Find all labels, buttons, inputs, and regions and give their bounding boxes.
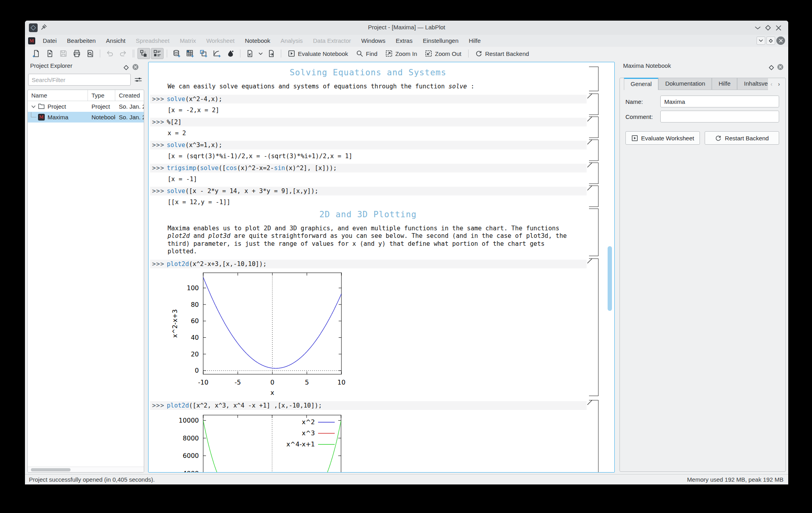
menu-windows[interactable]: Windows — [356, 35, 391, 47]
print-button[interactable] — [71, 48, 83, 59]
cell-bracket[interactable] — [589, 400, 599, 473]
zoom-out-button[interactable]: Zoom Out — [421, 48, 465, 59]
export-button[interactable] — [265, 48, 278, 59]
menu-notebook[interactable]: Notebook — [240, 35, 275, 47]
zoom-in-button[interactable]: Zoom In — [381, 48, 421, 59]
command-code[interactable]: plot2d(x^2-x+3,[x,-10,10]); — [167, 260, 267, 268]
horizontal-scrollbar[interactable] — [28, 467, 144, 472]
menu-extras[interactable]: Extras — [391, 35, 418, 47]
close-dock-icon[interactable] — [777, 63, 783, 74]
mdi-window-controls — [757, 36, 785, 45]
search-input[interactable] — [28, 74, 131, 86]
tree-row-project[interactable]: ProjectProjectSo. Jan. 2 18: — [28, 101, 144, 112]
toggle-project-explorer-button[interactable] — [137, 48, 150, 59]
save-button — [57, 48, 70, 59]
undo-button — [103, 48, 116, 59]
expand-chevron-icon[interactable] — [31, 105, 36, 108]
notebook-command-cell[interactable]: >>>%[2] — [150, 118, 587, 126]
cell-bracket[interactable] — [589, 140, 599, 161]
cell-bracket[interactable] — [589, 258, 599, 396]
command-code[interactable]: %[2] — [167, 119, 181, 126]
evaluate-worksheet-button[interactable]: Evaluate Worksheet — [625, 131, 700, 145]
statusbar: Project successfully opened (in 0,405 se… — [25, 474, 788, 484]
tree-row-maxima[interactable]: MMaximaNotebookSo. Jan. 2 18: — [28, 112, 144, 123]
svg-text:60: 60 — [191, 317, 199, 325]
import-dropdown-button[interactable] — [257, 48, 264, 59]
properties-header: Maxima Notebook — [618, 60, 788, 71]
command-prompt: >>> — [150, 165, 167, 172]
svg-text:x^3: x^3 — [302, 429, 315, 437]
maximize-button[interactable] — [764, 24, 772, 32]
labplot-window: Project - [Maxima] — LabPlot M DateiBear… — [25, 21, 788, 484]
menu-worksheet: Worksheet — [201, 35, 240, 47]
tree-header[interactable]: Name Type Created — [28, 90, 144, 101]
new-data-extractor-button[interactable] — [211, 48, 223, 59]
tab-hilfe[interactable]: Hilfe — [712, 78, 737, 90]
command-code[interactable]: solve(x^2-4,x); — [167, 96, 222, 103]
notebook-command-cell[interactable]: >>>trigsimp(solve([cos(x)^2-x=2-sin(x)^2… — [150, 164, 587, 172]
new-matrix-button[interactable] — [184, 48, 196, 59]
restart-backend-button[interactable]: Restart Backend — [705, 131, 779, 145]
tabs-scroll-right-icon[interactable]: › — [776, 80, 782, 88]
tabs-scroll-left-icon[interactable]: ‹ — [768, 80, 775, 88]
new-notebook-button[interactable] — [224, 48, 237, 59]
notebook-command-cell[interactable]: >>>plot2d(x^2-x+3,[x,-10,10]); — [150, 260, 587, 268]
menu-ansicht[interactable]: Ansicht — [101, 35, 131, 47]
name-field[interactable] — [660, 96, 779, 107]
notebook-command-cell[interactable]: >>>solve([x - 2*y = 14, x + 3*y = 9],[x,… — [150, 187, 587, 195]
properties-dock: Maxima Notebook GeneralDokumentationHilf… — [618, 60, 788, 474]
notebook-command-cell[interactable]: >>>solve(x^2-4,x); — [150, 95, 587, 103]
mdi-restore-button[interactable] — [766, 36, 775, 45]
menu-datei[interactable]: Datei — [38, 35, 62, 47]
close-button[interactable] — [774, 24, 783, 32]
close-dock-icon[interactable] — [132, 63, 139, 74]
minimize-button[interactable] — [753, 24, 762, 32]
horizontal-scrollbar-thumb[interactable] — [31, 468, 71, 471]
import-button[interactable] — [244, 48, 256, 59]
vertical-scrollbar-thumb[interactable] — [608, 246, 612, 311]
menubar: M DateiBearbeitenAnsichtSpreadsheetMatri… — [25, 35, 788, 47]
cell-bracket[interactable] — [589, 94, 599, 115]
comment-field[interactable] — [660, 111, 779, 123]
cell-bracket[interactable] — [589, 186, 599, 207]
status-message: Project successfully opened (in 0,405 se… — [29, 476, 155, 483]
mdi-minimize-button[interactable] — [757, 36, 765, 45]
toggle-properties-explorer-button[interactable] — [151, 48, 164, 59]
cell-bracket[interactable] — [589, 67, 599, 91]
command-code[interactable]: solve(x^3=1,x); — [167, 142, 222, 149]
command-code[interactable]: solve([x - 2*y = 14, x + 3*y = 9],[x,y])… — [167, 188, 318, 195]
evaluate-notebook-button[interactable]: Evaluate Notebook — [284, 48, 352, 59]
tab-dokumentation[interactable]: Dokumentation — [658, 78, 712, 90]
command-code[interactable]: plot2d([x^2, x^3, x^4 -x +1] ,[x,-10,10]… — [167, 402, 322, 409]
mdi-close-button[interactable] — [776, 36, 785, 45]
tab-inhaltsverzeichn[interactable]: Inhaltsverzeichn — [737, 78, 768, 90]
print-preview-button[interactable] — [84, 48, 97, 59]
float-dock-icon[interactable] — [769, 63, 774, 74]
tree-item-name: Maxima — [48, 114, 69, 121]
notebook-command-cell[interactable]: >>>solve(x^3=1,x); — [150, 141, 587, 149]
filter-options-icon[interactable] — [133, 74, 143, 86]
cell-bracket[interactable] — [589, 117, 599, 138]
new-spreadsheet-button[interactable] — [170, 48, 183, 59]
svg-text:100: 100 — [187, 284, 199, 291]
open-project-button[interactable] — [44, 48, 56, 59]
menu-hilfe[interactable]: Hilfe — [464, 35, 486, 47]
tab-general[interactable]: General — [624, 78, 658, 90]
menu-bearbeiten[interactable]: Bearbeiten — [62, 35, 101, 47]
command-prompt: >>> — [150, 188, 167, 195]
notebook-plot-result: -10-50510020406080100xx^2-x+3 — [165, 271, 587, 396]
project-explorer-dock: Project Explorer Name Type Created — [25, 60, 147, 474]
notebook-text: Maxima enables us to plot 2D and 3D grap… — [168, 225, 587, 256]
new-project-button[interactable] — [30, 48, 43, 59]
find-button[interactable]: Find — [352, 48, 381, 59]
cell-bracket[interactable] — [589, 163, 599, 184]
float-dock-icon[interactable] — [124, 63, 129, 74]
restart-backend-button[interactable]: Restart Backend — [471, 48, 533, 59]
menu-einstellungen[interactable]: Einstellungen — [417, 35, 463, 47]
cell-bracket[interactable] — [589, 209, 599, 256]
vertical-scrollbar[interactable] — [607, 63, 613, 471]
new-worksheet-button[interactable] — [197, 48, 210, 59]
svg-text:40: 40 — [191, 333, 199, 341]
command-code[interactable]: trigsimp(solve([cos(x)^2-x=2-sin(x)^2], … — [167, 165, 337, 172]
notebook-command-cell[interactable]: >>>plot2d([x^2, x^3, x^4 -x +1] ,[x,-10,… — [150, 401, 587, 410]
